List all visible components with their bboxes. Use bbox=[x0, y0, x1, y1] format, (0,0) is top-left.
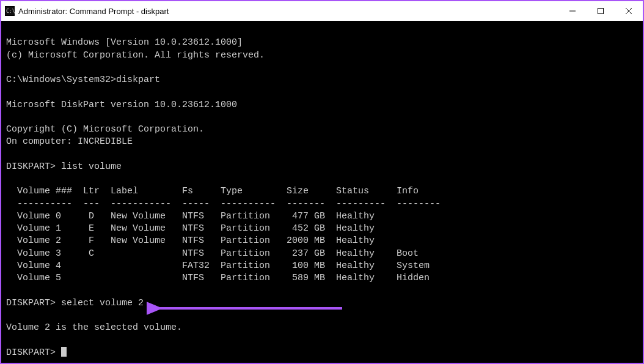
diskpart-computer: On computer: INCREDIBLE bbox=[6, 136, 133, 147]
copyright-line: (c) Microsoft Corporation. All rights re… bbox=[6, 50, 265, 61]
diskpart-version: Microsoft DiskPart version 10.0.23612.10… bbox=[6, 100, 237, 110]
table-row: Volume 2 F New Volume NTFS Partition 200… bbox=[6, 236, 375, 246]
table-divider: ---------- --- ----------- ----- -------… bbox=[6, 199, 441, 209]
shell-command: diskpart bbox=[116, 75, 160, 85]
svg-text:C:\: C:\ bbox=[6, 9, 15, 14]
table-row: Volume 3 C NTFS Partition 237 GB Healthy… bbox=[6, 248, 419, 259]
shell-prompt: C:\Windows\System32> bbox=[6, 75, 116, 85]
cursor bbox=[61, 347, 67, 357]
diskpart-command: list volume bbox=[61, 162, 122, 172]
table-row: Volume 1 E New Volume NTFS Partition 452… bbox=[6, 223, 375, 234]
titlebar-left: C:\ Administrator: Command Prompt - disk… bbox=[5, 6, 169, 16]
terminal-area[interactable]: Microsoft Windows [Version 10.0.23612.10… bbox=[1, 21, 643, 363]
table-row: Volume 4 FAT32 Partition 100 MB Healthy … bbox=[6, 261, 430, 271]
close-button[interactable] bbox=[615, 1, 643, 21]
close-icon bbox=[626, 8, 632, 14]
minimize-icon bbox=[569, 8, 576, 14]
diskpart-prompt: DISKPART> bbox=[6, 347, 56, 358]
table-row: Volume 5 NTFS Partition 589 MB Healthy H… bbox=[6, 273, 430, 283]
os-version-line: Microsoft Windows [Version 10.0.23612.10… bbox=[6, 37, 243, 48]
diskpart-prompt: DISKPART> bbox=[6, 162, 56, 172]
diskpart-copyright: Copyright (C) Microsoft Corporation. bbox=[6, 124, 204, 135]
maximize-button[interactable] bbox=[587, 1, 615, 21]
table-row: Volume 0 D New Volume NTFS Partition 477… bbox=[6, 211, 375, 221]
svg-rect-4 bbox=[598, 9, 604, 14]
minimize-button[interactable] bbox=[558, 1, 587, 21]
table-header: Volume ### Ltr Label Fs Type Size Status… bbox=[6, 186, 419, 196]
diskpart-prompt: DISKPART> bbox=[6, 298, 56, 308]
window-title: Administrator: Command Prompt - diskpart bbox=[18, 7, 169, 16]
cmd-icon: C:\ bbox=[5, 6, 15, 16]
annotation-arrow-icon bbox=[147, 299, 342, 318]
diskpart-command: select volume 2 bbox=[61, 298, 144, 308]
maximize-icon bbox=[598, 8, 604, 14]
result-line: Volume 2 is the selected volume. bbox=[6, 322, 182, 333]
titlebar-buttons bbox=[558, 1, 643, 21]
window-titlebar: C:\ Administrator: Command Prompt - disk… bbox=[1, 1, 643, 21]
